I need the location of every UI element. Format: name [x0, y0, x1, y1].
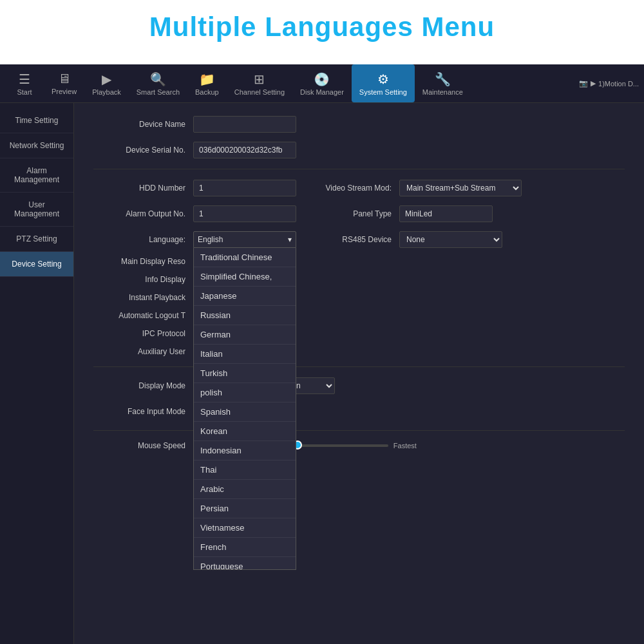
nav-preview[interactable]: 🖥 Preview: [44, 64, 84, 102]
language-option-indonesian[interactable]: Indonesian: [194, 441, 296, 460]
display-mode-row: Display Mode Playback + Face Recognition: [93, 377, 625, 394]
face-input-label: Face Input Mode: [93, 407, 193, 416]
device-name-label: Device Name: [93, 120, 193, 129]
top-nav: ☰ Start 🖥 Preview ▶ Playback 🔍 Smart Sea…: [0, 64, 644, 103]
language-option-traditional-chinese[interactable]: Traditional Chinese: [194, 248, 296, 267]
info-display-row: Info Display: [93, 275, 625, 284]
language-option-turkish[interactable]: Turkish: [194, 364, 296, 383]
rs485-select[interactable]: None: [399, 231, 502, 248]
sidebar-item-ptz-setting[interactable]: PTZ Setting: [0, 227, 73, 252]
hdd-number-input[interactable]: [193, 180, 296, 196]
motion-alert-icon: ▶: [591, 79, 596, 88]
mouse-speed-label: Mouse Speed: [93, 441, 193, 450]
panel-type-label: Panel Type: [316, 209, 399, 218]
language-option-simplified-chinese[interactable]: Simplified Chinese,: [194, 267, 296, 287]
video-stream-select[interactable]: Main Stream+Sub Stream: [399, 180, 522, 196]
nav-system-setting[interactable]: ⚙ System Setting: [352, 64, 415, 102]
chevron-down-icon: ▾: [288, 235, 292, 244]
info-display-label: Info Display: [93, 275, 193, 284]
hdd-number-label: HDD Number: [93, 184, 193, 193]
channel-setting-icon: ⊞: [254, 71, 265, 87]
instant-playback-label: Instant Playback: [93, 293, 193, 302]
start-icon: ☰: [19, 71, 30, 87]
alarm-output-label: Alarm Output No.: [93, 209, 193, 218]
sidebar-item-user-management[interactable]: User Management: [0, 193, 73, 227]
language-option-persian[interactable]: Persian: [194, 499, 296, 518]
language-option-polish[interactable]: polish: [194, 383, 296, 402]
main-layout: Time Setting Network Setting Alarm Manag…: [0, 103, 644, 644]
alarm-panel-row: Alarm Output No. Panel Type: [93, 205, 625, 222]
language-option-japanese[interactable]: Japanese: [194, 287, 296, 306]
language-option-french[interactable]: French: [194, 538, 296, 557]
alarm-col: Alarm Output No.: [93, 205, 296, 222]
sidebar-item-device-setting[interactable]: Device Setting: [0, 252, 73, 277]
playback-icon: ▶: [102, 71, 111, 87]
video-stream-col: Video Stream Mod: Main Stream+Sub Stream: [316, 180, 522, 196]
disk-manager-icon: 💿: [314, 71, 330, 87]
nav-disk-manager[interactable]: 💿 Disk Manager: [292, 64, 352, 102]
language-option-portuguese[interactable]: Portuguese: [194, 557, 296, 570]
speed-fastest-label: Fastest: [393, 442, 417, 450]
maintenance-icon: 🔧: [435, 71, 451, 87]
alarm-output-input[interactable]: [193, 205, 296, 222]
language-option-vietnamese[interactable]: Vietnamese: [194, 518, 296, 538]
nav-right-info: 📷 ▶ 1)Motion D...: [579, 79, 639, 88]
sidebar-item-network-setting[interactable]: Network Setting: [0, 133, 73, 158]
rs485-label: RS485 Device: [316, 235, 399, 244]
device-name-row: Device Name: [93, 116, 625, 133]
panel-col: Panel Type: [316, 205, 493, 222]
device-name-input[interactable]: [193, 116, 296, 133]
nav-start[interactable]: ☰ Start: [5, 64, 44, 102]
title-bar: Multiple Languages Menu: [0, 0, 644, 64]
language-option-thai[interactable]: Thai: [194, 460, 296, 480]
system-setting-icon: ⚙: [377, 71, 389, 87]
language-option-german[interactable]: German: [194, 325, 296, 345]
auxiliary-user-row: Auxiliary User: [93, 347, 625, 356]
preview-icon: 🖥: [58, 71, 71, 86]
nav-smart-search[interactable]: 🔍 Smart Search: [129, 64, 187, 102]
display-mode-label: Display Mode: [93, 381, 193, 390]
language-option-arabic[interactable]: Arabic: [194, 480, 296, 499]
hdd-col: HDD Number: [93, 180, 296, 196]
instant-playback-row: Instant Playback: [93, 293, 625, 302]
ipc-protocol-row: IPC Protocol: [93, 329, 625, 338]
page-title: Multiple Languages Menu: [149, 12, 495, 42]
auto-logout-label: Automatic Logout T: [93, 311, 193, 320]
camera-icon: 📷: [579, 79, 588, 88]
language-rs485-row: Language: English ▾ Traditional ChineseS…: [93, 231, 625, 248]
nav-backup[interactable]: 📁 Backup: [187, 64, 227, 102]
language-option-korean[interactable]: Korean: [194, 422, 296, 441]
device-serial-label: Device Serial No.: [93, 146, 193, 155]
nav-maintenance[interactable]: 🔧 Maintenance: [415, 64, 471, 102]
smart-search-icon: 🔍: [150, 71, 166, 87]
language-current-value: English: [198, 235, 223, 244]
mouse-speed-row: Mouse Speed Lowest Fastest: [93, 441, 625, 450]
ipc-protocol-label: IPC Protocol: [93, 329, 193, 338]
hdd-video-row: HDD Number Video Stream Mod: Main Stream…: [93, 180, 625, 196]
sidebar: Time Setting Network Setting Alarm Manag…: [0, 103, 74, 644]
video-stream-label: Video Stream Mod:: [316, 184, 399, 193]
sidebar-item-time-setting[interactable]: Time Setting: [0, 108, 73, 133]
auxiliary-user-label: Auxiliary User: [93, 347, 193, 356]
rs485-col: RS485 Device None: [316, 231, 502, 248]
device-serial-input[interactable]: [193, 142, 296, 158]
backup-icon: 📁: [199, 71, 215, 87]
face-input-row: Face Input Mode: [93, 403, 625, 420]
language-dropdown-list[interactable]: Traditional ChineseSimplified Chinese,Ja…: [193, 248, 296, 570]
sidebar-item-alarm-management[interactable]: Alarm Management: [0, 158, 73, 193]
language-select-trigger[interactable]: English ▾: [193, 231, 296, 248]
main-display-row: Main Display Reso: [93, 257, 625, 266]
panel-type-input[interactable]: [399, 205, 493, 222]
nav-channel-setting[interactable]: ⊞ Channel Setting: [227, 64, 292, 102]
language-dropdown-container: English ▾ Traditional ChineseSimplified …: [193, 231, 296, 248]
language-option-spanish[interactable]: Spanish: [194, 402, 296, 422]
language-option-russian[interactable]: Russian: [194, 306, 296, 325]
language-label: Language:: [93, 235, 193, 244]
auto-logout-row: Automatic Logout T: [93, 311, 625, 320]
language-option-italian[interactable]: Italian: [194, 345, 296, 364]
language-col: Language: English ▾ Traditional ChineseS…: [93, 231, 296, 248]
content-area: Device Name Device Serial No. HDD Number…: [74, 103, 644, 644]
main-display-label: Main Display Reso: [93, 257, 193, 266]
device-serial-row: Device Serial No.: [93, 142, 625, 158]
nav-playback[interactable]: ▶ Playback: [84, 64, 129, 102]
